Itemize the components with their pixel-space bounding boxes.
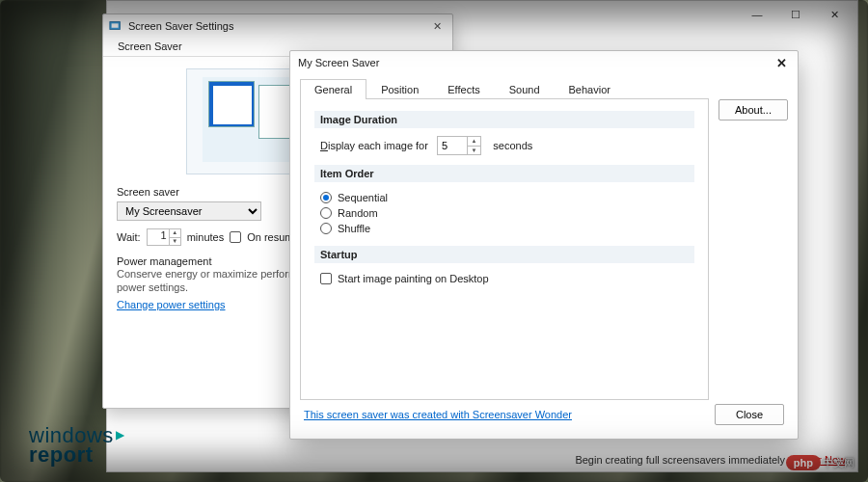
duration-unit: seconds [493, 140, 532, 151]
wait-stepper[interactable]: 1 ▲▼ [147, 228, 181, 246]
tab-panel-general: Image Duration Display each image for ▲▼… [300, 99, 709, 400]
minimize-button[interactable]: — [738, 3, 776, 26]
my-screensaver-title: My Screen Saver [298, 57, 773, 68]
close-icon[interactable]: ✕ [773, 56, 790, 70]
checkbox-start-painting-label: Start image painting on Desktop [338, 273, 489, 284]
chevron-up-icon: ▲ [467, 137, 480, 147]
screensaver-icon [109, 19, 122, 33]
close-button[interactable]: Close [715, 404, 784, 425]
display-each-label: Display each image for [320, 140, 428, 151]
wait-unit: minutes [187, 231, 225, 243]
group-item-order: Item Order [314, 165, 694, 182]
svg-rect-1 [112, 23, 119, 27]
close-button[interactable]: ✕ [815, 3, 854, 26]
tab-behavior[interactable]: Behavior [555, 79, 625, 99]
php-cn-badge: php 中文网 [786, 455, 854, 470]
radio-random-label: Random [338, 207, 378, 219]
duration-stepper[interactable]: ▲▼ [437, 136, 481, 155]
onresume-label: On resum [247, 231, 293, 243]
tab-position[interactable]: Position [366, 79, 433, 99]
about-button[interactable]: About... [719, 99, 788, 120]
group-image-duration: Image Duration [314, 111, 694, 128]
arrow-icon: ▶ [116, 430, 125, 441]
radio-sequential-label: Sequential [338, 192, 388, 203]
footer-text: Begin creating full screensavers immedia… [575, 454, 794, 466]
windows-report-logo: windows▶ report [29, 426, 124, 465]
maximize-button[interactable]: ☐ [776, 3, 815, 26]
tab-sound[interactable]: Sound [495, 79, 555, 99]
onresume-checkbox[interactable] [230, 231, 241, 243]
chevron-down-icon: ▼ [169, 238, 180, 246]
screensaver-settings-title: Screen Saver Settings [128, 20, 427, 32]
tab-effects[interactable]: Effects [433, 79, 494, 99]
tab-general[interactable]: General [300, 79, 366, 99]
created-with-link[interactable]: This screen saver was created with Scree… [304, 409, 572, 420]
radio-random[interactable] [320, 207, 332, 219]
chevron-up-icon: ▲ [169, 229, 180, 238]
radio-shuffle-label: Shuffle [338, 223, 370, 234]
tabstrip: General Position Effects Sound Behavior [300, 78, 709, 99]
radio-sequential[interactable] [320, 192, 332, 203]
my-screensaver-window: My Screen Saver ✕ General Position Effec… [289, 50, 799, 440]
checkbox-start-painting[interactable] [320, 273, 332, 284]
wait-label: Wait: [117, 231, 141, 243]
group-startup: Startup [314, 246, 694, 263]
radio-shuffle[interactable] [320, 223, 332, 234]
tab-screensaver[interactable]: Screen Saver [109, 38, 191, 55]
duration-input[interactable] [438, 137, 467, 154]
chevron-down-icon: ▼ [467, 147, 480, 155]
close-icon[interactable]: ✕ [427, 20, 447, 33]
change-power-settings-link[interactable]: Change power settings [117, 299, 226, 310]
screensaver-select[interactable]: My Screensaver [117, 201, 261, 221]
